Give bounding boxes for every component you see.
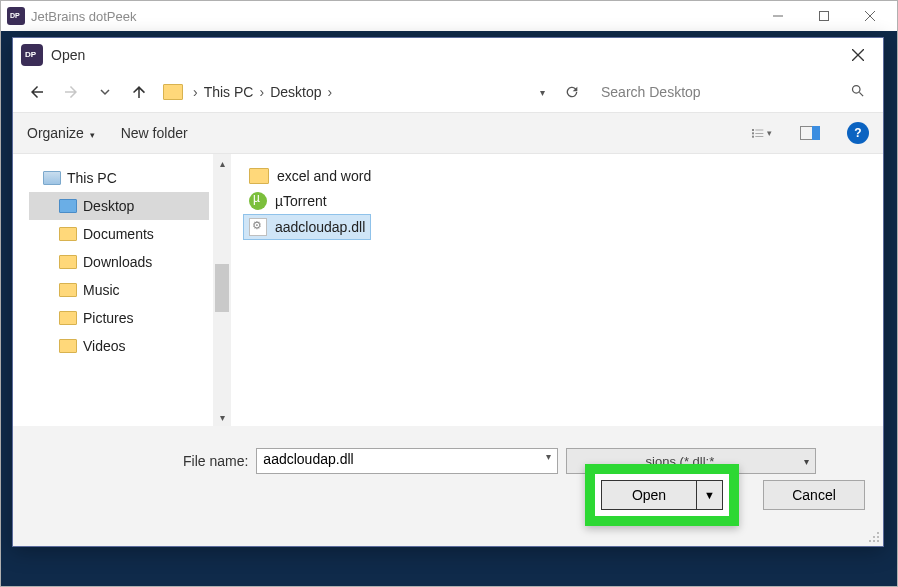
view-options-button[interactable]: ▾ xyxy=(751,122,773,144)
tree-music[interactable]: Music xyxy=(29,276,209,304)
recent-locations-button[interactable] xyxy=(91,78,119,106)
new-folder-button[interactable]: New folder xyxy=(121,125,188,141)
utorrent-icon xyxy=(249,192,267,210)
svg-point-20 xyxy=(873,540,875,542)
chevron-down-icon[interactable]: ▾ xyxy=(540,87,545,98)
chevron-right-icon: › xyxy=(328,84,333,100)
svg-point-21 xyxy=(877,540,879,542)
dialog-titlebar: Open xyxy=(13,38,883,72)
svg-point-6 xyxy=(853,86,861,94)
dotpeek-icon xyxy=(7,7,25,25)
scroll-thumb[interactable] xyxy=(215,264,229,312)
help-button[interactable]: ? xyxy=(847,122,869,144)
dotpeek-icon xyxy=(21,44,43,66)
search-placeholder: Search Desktop xyxy=(601,84,701,100)
svg-point-16 xyxy=(877,532,879,534)
minimize-button[interactable] xyxy=(755,1,801,31)
list-item[interactable]: µTorrent xyxy=(243,188,333,214)
tree-scrollbar[interactable]: ▴ ▾ xyxy=(213,154,231,426)
breadcrumb-segment[interactable]: This PC xyxy=(204,84,254,100)
pc-icon xyxy=(43,171,61,185)
search-icon xyxy=(850,83,865,101)
chevron-right-icon: › xyxy=(259,84,264,100)
tree-documents[interactable]: Documents xyxy=(29,220,209,248)
folder-icon xyxy=(59,283,77,297)
filename-combobox[interactable]: ▾ xyxy=(256,448,558,474)
folder-icon xyxy=(163,84,183,100)
cancel-button[interactable]: Cancel xyxy=(763,480,865,510)
dialog-close-button[interactable] xyxy=(841,41,875,69)
svg-point-19 xyxy=(869,540,871,542)
open-dialog: Open › This PC › Desktop › ▾ xyxy=(12,37,884,547)
back-button[interactable] xyxy=(23,78,51,106)
svg-rect-1 xyxy=(820,12,829,21)
list-item[interactable]: excel and word xyxy=(243,164,377,188)
desktop-icon xyxy=(59,199,77,213)
open-dropdown-button[interactable]: ▼ xyxy=(697,480,723,510)
dialog-buttons: Open ▼ Cancel xyxy=(585,464,865,526)
svg-point-18 xyxy=(877,536,879,538)
toolbar: Organize ▾ New folder ▾ ? xyxy=(13,112,883,154)
svg-rect-11 xyxy=(755,130,763,131)
scroll-down-icon[interactable]: ▾ xyxy=(213,408,231,426)
svg-rect-15 xyxy=(812,126,820,140)
filename-input[interactable] xyxy=(263,451,533,467)
address-bar[interactable]: › This PC › Desktop › ▾ xyxy=(159,77,551,107)
svg-rect-9 xyxy=(752,132,754,134)
maximize-button[interactable] xyxy=(801,1,847,31)
preview-pane-button[interactable] xyxy=(799,122,821,144)
organize-menu[interactable]: Organize ▾ xyxy=(27,125,95,141)
window-controls xyxy=(755,1,893,31)
tree-desktop[interactable]: Desktop xyxy=(29,192,209,220)
refresh-button[interactable] xyxy=(557,77,587,107)
folder-icon xyxy=(59,311,77,325)
svg-point-17 xyxy=(873,536,875,538)
tree-videos[interactable]: Videos xyxy=(29,332,209,360)
svg-rect-13 xyxy=(755,136,763,137)
svg-rect-10 xyxy=(752,136,754,138)
scroll-up-icon[interactable]: ▴ xyxy=(213,154,231,172)
breadcrumb-segment[interactable]: Desktop xyxy=(270,84,321,100)
chevron-right-icon: › xyxy=(193,84,198,100)
svg-rect-8 xyxy=(752,129,754,131)
file-list[interactable]: excel and word µTorrent aadcloudap.dll xyxy=(231,154,883,426)
close-button[interactable] xyxy=(847,1,893,31)
nav-row: › This PC › Desktop › ▾ Search Desktop xyxy=(13,72,883,112)
forward-button[interactable] xyxy=(57,78,85,106)
app-title: JetBrains dotPeek xyxy=(31,9,755,24)
svg-rect-12 xyxy=(755,133,763,134)
app-titlebar: JetBrains dotPeek xyxy=(1,1,897,31)
search-box[interactable]: Search Desktop xyxy=(593,77,873,107)
chevron-down-icon: ▾ xyxy=(90,130,95,140)
folder-icon xyxy=(59,339,77,353)
folder-icon xyxy=(59,227,77,241)
highlight-box: Open ▼ xyxy=(585,464,739,526)
open-button[interactable]: Open xyxy=(601,480,697,510)
tree-this-pc[interactable]: This PC xyxy=(29,164,209,192)
folder-icon xyxy=(59,255,77,269)
main-area: This PC Desktop Documents Downloads Musi… xyxy=(13,154,883,426)
tree-pictures[interactable]: Pictures xyxy=(29,304,209,332)
list-item[interactable]: aadcloudap.dll xyxy=(243,214,371,240)
dialog-footer: File name: ▾ .................... sions … xyxy=(13,426,883,546)
resize-grip[interactable] xyxy=(867,530,881,544)
tree-downloads[interactable]: Downloads xyxy=(29,248,209,276)
up-button[interactable] xyxy=(125,78,153,106)
folder-icon xyxy=(249,168,269,184)
dll-file-icon xyxy=(249,218,267,236)
filename-label: File name: xyxy=(183,453,248,469)
chevron-down-icon[interactable]: ▾ xyxy=(546,451,551,462)
dialog-title: Open xyxy=(51,47,841,63)
svg-line-7 xyxy=(859,92,863,96)
nav-tree: This PC Desktop Documents Downloads Musi… xyxy=(13,154,213,426)
